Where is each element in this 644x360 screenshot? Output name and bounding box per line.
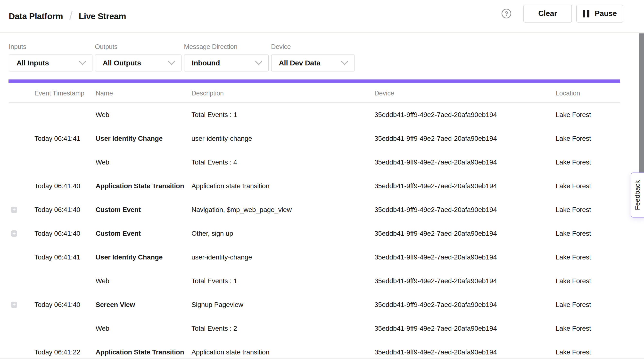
device-select[interactable]: All Dev Data (271, 54, 354, 71)
pause-icon (583, 10, 590, 17)
plus-icon: + (12, 207, 16, 213)
expand-cell: + (9, 254, 34, 260)
expand-row-button[interactable]: + (11, 207, 17, 213)
event-description-cell: Total Events : 1 (192, 277, 374, 285)
plus-icon: + (12, 230, 16, 237)
table-row[interactable]: + Today 06:41:40 Custom Event Navigation… (9, 198, 620, 222)
chevron-down-icon (168, 61, 175, 65)
breadcrumb-item-data-platform[interactable]: Data Platform (9, 11, 63, 21)
event-device-cell: 35eddb41-9ff9-49e2-7aed-20afa90eb194 (374, 206, 556, 214)
filter-message-direction-label: Message Direction (184, 43, 268, 51)
event-description-cell: Total Events : 1 (192, 111, 374, 119)
inputs-select-value: All Inputs (16, 59, 49, 67)
event-device-cell: 35eddb41-9ff9-49e2-7aed-20afa90eb194 (374, 111, 556, 119)
accent-bar (8, 79, 620, 83)
expand-cell: + (9, 207, 34, 213)
event-location-cell: Lake Forest (556, 348, 620, 356)
table-row[interactable]: + Web Total Events : 1 35eddb41-9ff9-49e… (9, 103, 620, 127)
event-name-cell: Web (96, 111, 192, 119)
pause-button-label: Pause (595, 9, 617, 18)
live-stream-page: Data Platform / Live Stream ? Clear Paus… (0, 0, 644, 360)
table-row[interactable]: + Today 06:41:22 Application State Trans… (9, 340, 620, 360)
events-table: Event Timestamp Name Description Device … (9, 83, 620, 360)
page-header: Data Platform / Live Stream ? Clear Paus… (0, 0, 644, 33)
feedback-tab-label: Feedback (634, 180, 641, 210)
event-name-cell: Application State Transition (96, 348, 192, 356)
event-description-cell: user-identity-change (192, 253, 374, 261)
help-icon[interactable]: ? (502, 9, 511, 18)
event-timestamp-cell: Today 06:41:40 (34, 301, 96, 309)
expand-cell: + (9, 349, 34, 356)
event-location-cell: Lake Forest (556, 301, 620, 309)
event-name-cell: Web (96, 325, 192, 332)
bottom-divider (0, 358, 644, 359)
event-location-cell: Lake Forest (556, 277, 620, 285)
column-header-name: Name (96, 90, 192, 97)
expand-cell: + (9, 183, 34, 189)
table-body: + Web Total Events : 1 35eddb41-9ff9-49e… (9, 103, 620, 360)
pause-button[interactable]: Pause (576, 4, 623, 22)
event-name-cell: Application State Transition (96, 182, 192, 190)
breadcrumb-item-live-stream[interactable]: Live Stream (78, 11, 126, 21)
breadcrumb-separator-icon: / (70, 9, 72, 22)
event-location-cell: Lake Forest (556, 159, 620, 166)
event-description-cell: user-identity-change (192, 135, 374, 143)
plus-icon: + (12, 302, 16, 308)
filter-message-direction: Message Direction Inbound (184, 43, 268, 71)
event-description-cell: Application state transition (192, 348, 374, 356)
expand-cell: + (9, 112, 34, 118)
message-direction-select[interactable]: Inbound (184, 54, 268, 71)
column-header-device: Device (374, 90, 556, 97)
table-row[interactable]: + Today 06:41:41 User Identity Change us… (9, 245, 620, 269)
table-row[interactable]: + Today 06:41:40 Screen View Signup Page… (9, 293, 620, 317)
event-device-cell: 35eddb41-9ff9-49e2-7aed-20afa90eb194 (374, 277, 556, 285)
column-header-location: Location (556, 90, 620, 97)
scrollbar-thumb[interactable] (639, 33, 644, 173)
table-row[interactable]: + Web Total Events : 1 35eddb41-9ff9-49e… (9, 269, 620, 293)
expand-cell: + (9, 278, 34, 284)
event-description-cell: Total Events : 2 (192, 325, 374, 332)
event-device-cell: 35eddb41-9ff9-49e2-7aed-20afa90eb194 (374, 348, 556, 356)
event-timestamp-cell: Today 06:41:40 (34, 230, 96, 237)
event-name-cell: Screen View (96, 301, 192, 309)
table-header-row: Event Timestamp Name Description Device … (9, 83, 620, 103)
outputs-select[interactable]: All Outputs (95, 54, 182, 71)
expand-cell: + (9, 325, 34, 332)
filter-device: Device All Dev Data (271, 43, 354, 71)
event-location-cell: Lake Forest (556, 182, 620, 190)
event-name-cell: Custom Event (96, 230, 192, 237)
filter-device-label: Device (271, 43, 354, 51)
event-device-cell: 35eddb41-9ff9-49e2-7aed-20afa90eb194 (374, 230, 556, 237)
event-device-cell: 35eddb41-9ff9-49e2-7aed-20afa90eb194 (374, 159, 556, 166)
column-header-event-timestamp: Event Timestamp (34, 90, 96, 97)
event-device-cell: 35eddb41-9ff9-49e2-7aed-20afa90eb194 (374, 325, 556, 332)
message-direction-select-value: Inbound (192, 59, 220, 67)
event-description-cell: Signup Pageview (192, 301, 374, 309)
feedback-tab[interactable]: Feedback (631, 173, 644, 217)
clear-button[interactable]: Clear (524, 4, 572, 22)
expand-row-button[interactable]: + (11, 230, 17, 237)
chevron-down-icon (341, 61, 348, 65)
table-row[interactable]: + Today 06:41:40 Application State Trans… (9, 174, 620, 198)
event-description-cell: Application state transition (192, 182, 374, 190)
event-timestamp-cell: Today 06:41:40 (34, 206, 96, 214)
event-timestamp-cell: Today 06:41:41 (34, 253, 96, 261)
event-timestamp-cell: Today 06:41:40 (34, 182, 96, 190)
expand-row-button[interactable]: + (11, 302, 17, 308)
outputs-select-value: All Outputs (103, 59, 141, 67)
chevron-down-icon (255, 61, 262, 65)
event-device-cell: 35eddb41-9ff9-49e2-7aed-20afa90eb194 (374, 301, 556, 309)
event-location-cell: Lake Forest (556, 253, 620, 261)
column-header-description: Description (192, 90, 374, 97)
event-name-cell: Custom Event (96, 206, 192, 214)
event-location-cell: Lake Forest (556, 325, 620, 332)
table-row[interactable]: + Web Total Events : 4 35eddb41-9ff9-49e… (9, 151, 620, 174)
table-row[interactable]: + Today 06:41:40 Custom Event Other, sig… (9, 222, 620, 245)
event-location-cell: Lake Forest (556, 230, 620, 237)
filter-inputs-label: Inputs (9, 43, 92, 51)
inputs-select[interactable]: All Inputs (9, 54, 92, 71)
table-row[interactable]: + Today 06:41:41 User Identity Change us… (9, 127, 620, 151)
table-row[interactable]: + Web Total Events : 2 35eddb41-9ff9-49e… (9, 317, 620, 340)
help-glyph: ? (504, 10, 508, 17)
filter-outputs: Outputs All Outputs (95, 43, 182, 71)
